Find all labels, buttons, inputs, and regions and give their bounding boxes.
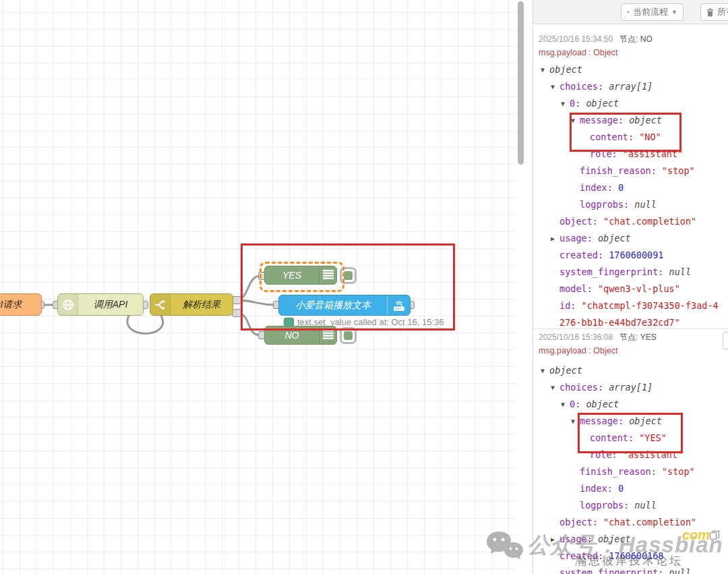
debug-row[interactable]: ▶usage: object — [539, 230, 723, 247]
json-key: usage: — [559, 233, 598, 243]
debug-row[interactable]: ▼0: object — [539, 396, 723, 413]
json-key: finish_reason: — [580, 466, 662, 477]
json-value: object — [598, 233, 631, 243]
node-debug-no[interactable]: NO — [264, 326, 337, 345]
json-key: 0: — [570, 399, 586, 409]
json-key: role: — [590, 449, 623, 460]
debug-toggle-indicator — [344, 331, 353, 340]
filter-icon — [627, 9, 630, 16]
json-value: 1760600091 — [609, 250, 663, 260]
json-key: id: — [559, 300, 582, 311]
copy-value-icon[interactable] — [709, 529, 720, 540]
debug-row[interactable]: ▼message: object — [539, 413, 723, 430]
json-value: array[1] — [609, 81, 653, 92]
node-api-request[interactable]: API请求 — [0, 293, 42, 316]
node-port-output[interactable] — [232, 309, 241, 317]
node-label: 解析结果 — [171, 299, 233, 311]
debug-row: index: 0 — [539, 179, 723, 196]
debug-message[interactable]: 2025/10/16 15:36:08节点: YESmsg.payload : … — [533, 330, 728, 574]
debug-row: logprobs: null — [539, 196, 723, 213]
json-value: object — [586, 399, 619, 409]
node-parse-result[interactable]: 解析结果 — [150, 293, 233, 316]
json-key: system_fingerprint: — [559, 266, 669, 277]
debug-row: role: "assistant" — [539, 146, 723, 163]
collapse-arrow-icon[interactable]: ▼ — [541, 362, 549, 379]
filter-button-label: 当前流程 — [633, 6, 668, 18]
json-key: role: — [590, 148, 623, 159]
json-value: array[1] — [609, 382, 653, 393]
json-tree: ▼object▼choices: array[1]▼0: object▼mess… — [539, 362, 723, 574]
debug-row: system_fingerprint: null — [539, 565, 723, 574]
json-key: index: — [580, 483, 618, 494]
json-value: object — [549, 365, 582, 376]
json-key: created: — [559, 550, 609, 561]
speaker-router-icon — [387, 295, 410, 315]
json-key: created: — [559, 250, 609, 260]
debug-row[interactable]: ▼choices: array[1] — [539, 78, 723, 95]
json-value: object — [598, 534, 631, 544]
collapse-arrow-icon[interactable]: ▼ — [571, 112, 580, 129]
debug-node-name: 节点: YES — [619, 333, 657, 342]
json-key: content: — [590, 432, 639, 443]
node-label: API请求 — [0, 299, 41, 311]
json-value: "assistant" — [623, 449, 683, 460]
node-label: NO — [265, 330, 319, 341]
debug-row: created: 1760600091 — [539, 247, 723, 264]
debug-row[interactable]: ▼choices: array[1] — [539, 379, 723, 396]
debug-message-header: 2025/10/16 15:36:08节点: YES — [539, 333, 723, 345]
debug-message-menu-button[interactable] — [723, 332, 728, 349]
debug-timestamp: 2025/10/16 15:36:08 — [539, 333, 613, 342]
json-value: object — [629, 115, 662, 125]
debug-row: model: "qwen3-vl-plus" — [539, 281, 723, 297]
collapse-arrow-icon[interactable]: ▼ — [571, 413, 580, 430]
debug-message-header: 2025/10/16 15:34:50节点: NO — [539, 34, 723, 47]
json-key: choices: — [559, 382, 609, 393]
json-value: null — [634, 500, 657, 511]
node-port-output[interactable] — [232, 296, 241, 304]
collapse-arrow-icon[interactable]: ▼ — [551, 379, 559, 396]
json-key: finish_reason: — [580, 165, 662, 176]
debug-enable-toggle[interactable] — [340, 327, 357, 344]
canvas-scrollbar-track[interactable] — [516, 0, 533, 574]
debug-row: logprobs: null — [539, 497, 723, 514]
debug-row[interactable]: ▼object — [539, 362, 723, 379]
collapse-arrow-icon[interactable]: ▼ — [541, 61, 549, 78]
debug-row[interactable]: ▼object — [539, 61, 723, 78]
canvas-scrollbar-thumb[interactable] — [518, 1, 524, 165]
json-value: 0 — [618, 182, 624, 193]
debug-node-name: 节点: NO — [619, 34, 653, 44]
debug-row: object: "chat.completion" — [539, 514, 723, 531]
collapse-arrow-icon[interactable]: ▼ — [561, 396, 570, 413]
json-key: model: — [559, 283, 598, 294]
debug-sidebar-header: 当前流程 ▼ 所有 — [533, 0, 728, 24]
flow-canvas[interactable]: API请求 调用API 解析结果 YES — [0, 0, 516, 574]
debug-msg-path: msg.payload : Object — [539, 345, 723, 360]
json-tree: ▼object▼choices: array[1]▼0: object▼mess… — [539, 61, 723, 331]
node-call-api[interactable]: 调用API — [57, 293, 144, 316]
json-value: "stop" — [662, 466, 695, 477]
expand-arrow-icon[interactable]: ▶ — [551, 230, 559, 247]
chevron-down-icon: ▼ — [671, 9, 677, 16]
collapse-arrow-icon[interactable]: ▼ — [551, 78, 559, 95]
debug-row: created: 1760600168 — [539, 548, 723, 565]
expand-arrow-icon[interactable]: ▶ — [551, 531, 559, 548]
collapse-arrow-icon[interactable]: ▼ — [561, 95, 570, 112]
debug-row[interactable]: ▼0: object — [539, 95, 723, 112]
debug-clear-button[interactable]: 所有 — [700, 3, 728, 21]
json-value: "qwen3-vl-plus" — [598, 283, 680, 294]
json-value: 1760600168 — [609, 550, 663, 561]
debug-row[interactable]: ▶usage: object — [539, 531, 723, 548]
debug-message[interactable]: 2025/10/16 15:34:50节点: NOmsg.payload : O… — [533, 27, 728, 329]
wires — [0, 0, 516, 574]
debug-row: role: "assistant" — [539, 447, 723, 463]
debug-row[interactable]: ▼message: object — [539, 112, 723, 129]
json-key: system_fingerprint: — [559, 567, 669, 574]
selection-outline — [260, 262, 344, 292]
node-xiaoai-speaker[interactable]: 小爱音箱播放文本 — [278, 295, 411, 316]
debug-row: content: "NO" — [539, 129, 723, 146]
json-value: "NO" — [639, 132, 661, 142]
debug-filter-button[interactable]: 当前流程 ▼ — [621, 3, 684, 21]
debug-toggle-indicator — [344, 271, 353, 280]
debug-row: index: 0 — [539, 480, 723, 497]
trash-icon — [706, 8, 714, 17]
